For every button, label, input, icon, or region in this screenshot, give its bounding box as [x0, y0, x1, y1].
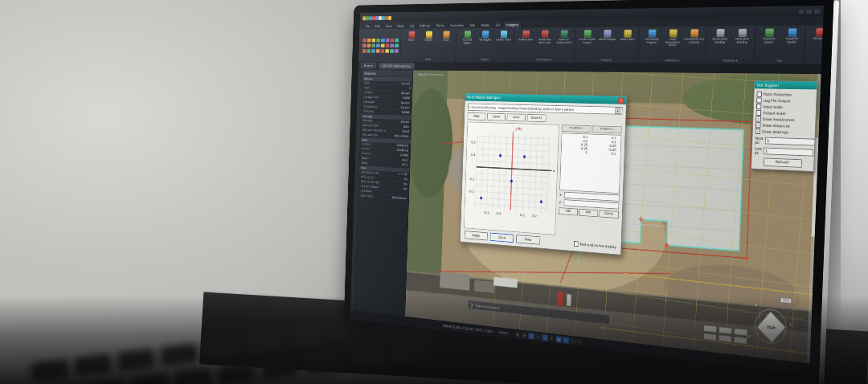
ribbon-button-points[interactable]: Points: [403, 31, 420, 57]
mini-tool-icon[interactable]: [395, 49, 399, 52]
ribbon-button-surface-view[interactable]: Surface View: [516, 30, 534, 58]
checkbox-icon[interactable]: [756, 110, 761, 116]
close-icon[interactable]: ✕: [618, 97, 624, 103]
checkbox-icon[interactable]: [757, 92, 763, 97]
ribbon-button-curve[interactable]: Curve: [437, 31, 455, 57]
property-value[interactable]: ByLayer: [402, 82, 411, 85]
ribbon-tab-draw[interactable]: Draw: [395, 23, 406, 30]
help-button[interactable]: Help: [516, 235, 540, 245]
mini-tool-icon[interactable]: [362, 44, 366, 47]
ribbon-button-shapefile-import[interactable]: Shapefile Import: [758, 28, 780, 59]
coordinate-list[interactable]: -0.10.10.10.1-0.25-0.250.25-0.250-0.1: [559, 133, 621, 194]
mini-tool-icon[interactable]: [385, 49, 389, 52]
mini-tool-icon[interactable]: [381, 44, 385, 47]
property-value[interactable]: 0.0000: [402, 111, 410, 114]
mini-tool-icon[interactable]: [367, 49, 371, 52]
property-value[interactable]: ByColor: [401, 121, 410, 124]
mini-tool-icon[interactable]: [376, 49, 380, 52]
mini-tool-icon[interactable]: [381, 39, 385, 42]
ribbon-button-set-toggles[interactable]: Set Toggles: [476, 30, 493, 57]
checkbox-icon[interactable]: ✓: [755, 116, 760, 122]
ribbon-button-create-cut-fill-images[interactable]: Create Cut/Fill Images: [577, 29, 596, 57]
mini-tool-icon[interactable]: [395, 39, 399, 42]
mini-tool-icon[interactable]: [362, 39, 366, 42]
property-value[interactable]: Yes: [403, 187, 407, 190]
property-value[interactable]: 0.0000: [400, 153, 408, 157]
ribbon-tab-imagery[interactable]: Imagery: [504, 22, 521, 28]
mini-tool-icon[interactable]: [386, 39, 390, 42]
ribbon-button-select-at-surface-view[interactable]: Select at Surface View: [554, 30, 573, 58]
mini-tool-icon[interactable]: [390, 44, 394, 47]
ribbon-button-create-edit-lots-blocks[interactable]: Create/Edit Lots & Blocks: [683, 28, 705, 58]
done-button[interactable]: Done: [490, 233, 514, 243]
ribbon-tab-settings[interactable]: Settings: [417, 22, 433, 29]
ribbon-button-sketch-burn[interactable]: Sketch Burn: [617, 29, 637, 58]
ribbon-button-multisided-building[interactable]: Multisided Building: [731, 28, 753, 59]
save-button[interactable]: Save: [507, 113, 526, 121]
chevron-down-icon[interactable]: ▾: [615, 108, 620, 114]
property-value[interactable]: Not available: [395, 134, 409, 137]
ribbon-button-attach-images[interactable]: Attach Images: [597, 29, 617, 58]
edit-button[interactable]: Edit: [579, 209, 598, 217]
checkbox-icon[interactable]: [756, 97, 762, 103]
checkbox-icon[interactable]: ✓: [755, 129, 760, 134]
property-value[interactable]: ByLayer: [401, 106, 410, 109]
ribbon-button-carlson-cloud[interactable]: Carlson Cloud: [494, 30, 513, 57]
property-value[interactable]: None: [403, 125, 409, 129]
property-value[interactable]: Model: [403, 130, 409, 133]
low-pt-input[interactable]: [764, 148, 814, 157]
mini-tool-icon[interactable]: [367, 44, 371, 47]
property-value[interactable]: 1.0000: [403, 96, 411, 100]
ribbon-tab-site[interactable]: Site: [467, 22, 477, 29]
drawing-tab[interactable]: 2013 K3 (Multileadering): [379, 63, 414, 69]
open-button[interactable]: Open: [487, 113, 506, 121]
property-value[interactable]: 4509622.8: [397, 144, 409, 147]
save-as-button[interactable]: Save As: [527, 114, 547, 122]
ribbon-tab-points[interactable]: Points: [433, 22, 446, 29]
mini-tool-icon[interactable]: [371, 49, 375, 52]
property-value[interactable]: 415.2: [402, 158, 408, 161]
property-value[interactable]: 1" = 30': [399, 173, 407, 176]
ribbon-button-legal-description-writer[interactable]: Legal Description Writer: [662, 29, 683, 59]
mini-tool-icon[interactable]: [376, 39, 380, 42]
refresh-button[interactable]: Refresh: [764, 157, 802, 167]
mini-tool-icon[interactable]: [362, 49, 366, 52]
ribbon-tab-view[interactable]: View: [383, 23, 395, 30]
ribbon-tab-edit[interactable]: Edit: [373, 23, 383, 29]
property-value[interactable]: 912.7: [402, 163, 408, 166]
property-value[interactable]: 4391052.6: [396, 149, 408, 152]
sort-y-button[interactable]: Y Sort(Y+-): [592, 125, 621, 133]
add-button[interactable]: Add: [559, 207, 578, 215]
property-value[interactable]: ByLayer: [401, 101, 410, 104]
next-pt-input[interactable]: [765, 137, 816, 146]
property-value[interactable]: 2D Wireframe: [391, 196, 407, 200]
delete-button[interactable]: Delete: [599, 210, 619, 218]
mini-tool-icon[interactable]: [390, 49, 394, 52]
property-value[interactable]: Yes: [403, 178, 407, 181]
ribbon-tab-file[interactable]: File: [363, 23, 372, 29]
new-button[interactable]: New: [468, 112, 486, 121]
viewport-controls[interactable]: [-][Top][2D Wireframe]: [416, 72, 444, 76]
apply-button[interactable]: Apply: [465, 231, 488, 240]
sort-x-button[interactable]: X Sort(X+-): [562, 125, 591, 133]
ribbon-button-attributes[interactable]: Attributes: [808, 27, 823, 62]
mini-tool-icon[interactable]: [371, 44, 375, 47]
ribbon-tab-centerline[interactable]: Centerline: [448, 22, 467, 29]
qat-tool-icon[interactable]: [388, 16, 391, 20]
layer-dropdown[interactable]: Points ▾: [361, 63, 376, 68]
property-value[interactable]: Yes: [403, 182, 407, 186]
ribbon-tab-gis[interactable]: GIS: [493, 22, 503, 28]
ribbon-button-lot-closure-program[interactable]: Lot Closure Program: [641, 29, 662, 58]
ribbon-button-esc-cmd-toggles[interactable]: Esc Cmd Toggles: [458, 31, 476, 58]
mini-tool-icon[interactable]: [386, 44, 390, 47]
mini-tool-icon[interactable]: [395, 44, 399, 47]
ribbon-tab-inq[interactable]: Inq: [407, 22, 416, 29]
property-value[interactable]: ByLayer: [401, 92, 410, 95]
checkbox-icon[interactable]: ✓: [755, 122, 760, 128]
checkbox-icon[interactable]: [756, 104, 761, 109]
mini-tool-icon[interactable]: [376, 44, 380, 47]
mini-tool-icon[interactable]: [372, 39, 376, 42]
ribbon-button-polyline[interactable]: Polyline: [420, 31, 436, 57]
ribbon-button-shapefile-modify[interactable]: Shapefile Modify: [780, 27, 804, 58]
mini-tool-icon[interactable]: [391, 39, 395, 42]
